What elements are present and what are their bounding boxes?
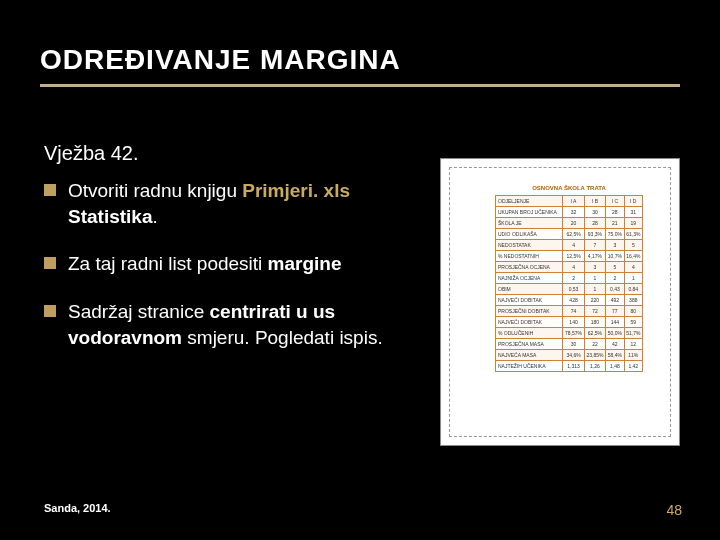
- square-icon: [44, 257, 56, 269]
- exercise-label: Vježba 42.: [44, 142, 139, 165]
- square-icon: [44, 184, 56, 196]
- bullet-item: Za taj radni list podesiti margine: [44, 251, 420, 277]
- bullet-text: Otvoriti radnu knjigu Primjeri. xls Stat…: [68, 178, 350, 229]
- slide-title: ODREĐIVANJE MARGINA: [40, 44, 680, 87]
- square-icon: [44, 305, 56, 317]
- bullet-text: Za taj radni list podesiti margine: [68, 251, 342, 277]
- bullet-text: Sadržaj stranice centrirati u us vodorav…: [68, 299, 383, 350]
- bullet-item: Otvoriti radnu knjigu Primjeri. xls Stat…: [44, 178, 420, 229]
- page-number: 48: [666, 502, 682, 518]
- preview-table: ODJELJENJEI AI BI CI DUKUPAN BROJ UČENIK…: [495, 195, 643, 372]
- bullet-list: Otvoriti radnu knjigu Primjeri. xls Stat…: [44, 178, 420, 372]
- preview-table-title: OSNOVNA ŠKOLA TRATA: [495, 185, 643, 191]
- footer-author: Sanda, 2014.: [44, 502, 111, 514]
- bullet-item: Sadržaj stranice centrirati u us vodorav…: [44, 299, 420, 350]
- page-preview: OSNOVNA ŠKOLA TRATA ODJELJENJEI AI BI CI…: [440, 158, 680, 446]
